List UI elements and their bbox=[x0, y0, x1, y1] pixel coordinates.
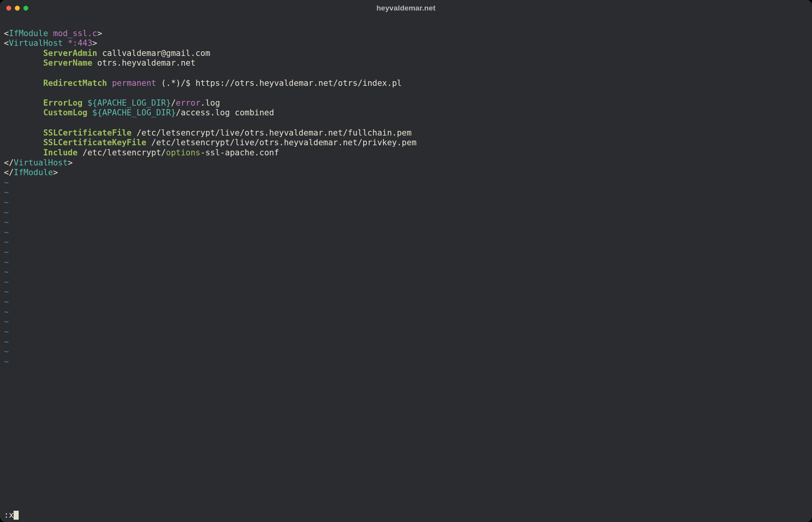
customlog-var: ${APACHE_LOG_DIR} bbox=[92, 108, 176, 117]
include-prefix: /etc/letsencrypt/ bbox=[82, 148, 166, 157]
vim-tilde-icon: ~ bbox=[4, 307, 9, 317]
directive-include: Include bbox=[43, 148, 78, 157]
terminal-window: heyvaldemar.net <IfModule mod_ssl.c> <Vi… bbox=[0, 0, 812, 522]
vim-tilde-column: ~ ~ ~ ~ ~ ~ ~ ~ ~ ~ ~ ~ ~ ~ ~ ~ ~ ~ ~ bbox=[4, 178, 808, 511]
tag-ifmodule: IfModule bbox=[9, 29, 48, 38]
minimize-icon[interactable] bbox=[15, 6, 20, 11]
cursor-icon bbox=[14, 511, 19, 520]
vim-tilde-icon: ~ bbox=[4, 267, 9, 277]
serveradmin-value: callvaldemar@gmail.com bbox=[102, 49, 210, 58]
vhost-arg: *:443 bbox=[68, 38, 92, 48]
tag-virtualhost-close: VirtualHost bbox=[14, 158, 68, 167]
window-title: heyvaldemar.net bbox=[376, 4, 436, 12]
vim-tilde-icon: ~ bbox=[4, 237, 9, 247]
directive-errorlog: ErrorLog bbox=[43, 98, 82, 108]
redirect-flag: permanent bbox=[112, 78, 156, 88]
close-icon[interactable] bbox=[6, 6, 11, 11]
redirect-target: https://otrs.heyvaldemar.net/otrs/index.… bbox=[195, 78, 402, 88]
vim-tilde-icon: ~ bbox=[4, 277, 9, 287]
vim-command-text: :x bbox=[4, 510, 14, 520]
directive-customlog: CustomLog bbox=[43, 108, 87, 117]
file-content: <IfModule mod_ssl.c> <VirtualHost *:443>… bbox=[4, 19, 808, 178]
ifmodule-arg: mod_ssl.c bbox=[53, 29, 97, 38]
vim-tilde-icon: ~ bbox=[4, 218, 9, 227]
vim-tilde-icon: ~ bbox=[4, 247, 9, 257]
vim-tilde-icon: ~ bbox=[4, 347, 9, 356]
vim-tilde-icon: ~ bbox=[4, 258, 9, 267]
vim-tilde-icon: ~ bbox=[4, 228, 9, 237]
tag-ifmodule-close: IfModule bbox=[14, 168, 53, 177]
sslkey-value: /etc/letsencrypt/live/otrs.heyvaldemar.n… bbox=[151, 138, 416, 147]
bracket: > bbox=[92, 38, 98, 48]
redirect-pattern: (.*)/$ bbox=[161, 78, 191, 88]
vim-tilde-icon: ~ bbox=[4, 337, 9, 346]
terminal-viewport[interactable]: <IfModule mod_ssl.c> <VirtualHost *:443>… bbox=[0, 16, 812, 522]
vim-command-line[interactable]: :x bbox=[4, 510, 808, 522]
vim-tilde-icon: ~ bbox=[4, 327, 9, 336]
window-controls bbox=[6, 6, 28, 11]
bracket: < bbox=[4, 38, 9, 48]
customlog-rest: /access.log combined bbox=[176, 108, 274, 117]
vim-tilde-icon: ~ bbox=[4, 208, 9, 217]
vim-tilde-icon: ~ bbox=[4, 188, 9, 197]
errorlog-slash: / bbox=[171, 98, 176, 108]
directive-servername: ServerName bbox=[43, 58, 92, 68]
bracket: > bbox=[68, 158, 73, 167]
vim-tilde-icon: ~ bbox=[4, 297, 9, 306]
bracket: </ bbox=[4, 158, 14, 167]
tag-virtualhost: VirtualHost bbox=[9, 38, 63, 48]
errorlog-ext: .log bbox=[200, 98, 220, 108]
bracket: < bbox=[4, 29, 9, 38]
errorlog-var: ${APACHE_LOG_DIR} bbox=[87, 98, 171, 108]
include-suffix: -ssl-apache.conf bbox=[200, 148, 279, 157]
vim-tilde-icon: ~ bbox=[4, 317, 9, 326]
vim-tilde-icon: ~ bbox=[4, 198, 9, 207]
directive-redirectmatch: RedirectMatch bbox=[43, 78, 107, 88]
include-options: options bbox=[166, 148, 200, 157]
directive-sslkey: SSLCertificateKeyFile bbox=[43, 138, 146, 147]
vim-tilde-icon: ~ bbox=[4, 287, 9, 296]
vim-tilde-icon: ~ bbox=[4, 178, 9, 187]
bracket: > bbox=[53, 168, 58, 177]
directive-serveradmin: ServerAdmin bbox=[43, 49, 97, 58]
bracket: > bbox=[97, 29, 102, 38]
bracket: </ bbox=[4, 168, 14, 177]
zoom-icon[interactable] bbox=[23, 6, 28, 11]
directive-sslcert: SSLCertificateFile bbox=[43, 128, 132, 137]
errorlog-word: error bbox=[176, 98, 200, 108]
sslcert-value: /etc/letsencrypt/live/otrs.heyvaldemar.n… bbox=[136, 128, 411, 137]
servername-value: otrs.heyvaldemar.net bbox=[97, 58, 195, 68]
titlebar: heyvaldemar.net bbox=[0, 0, 812, 16]
vim-tilde-icon: ~ bbox=[4, 357, 9, 366]
